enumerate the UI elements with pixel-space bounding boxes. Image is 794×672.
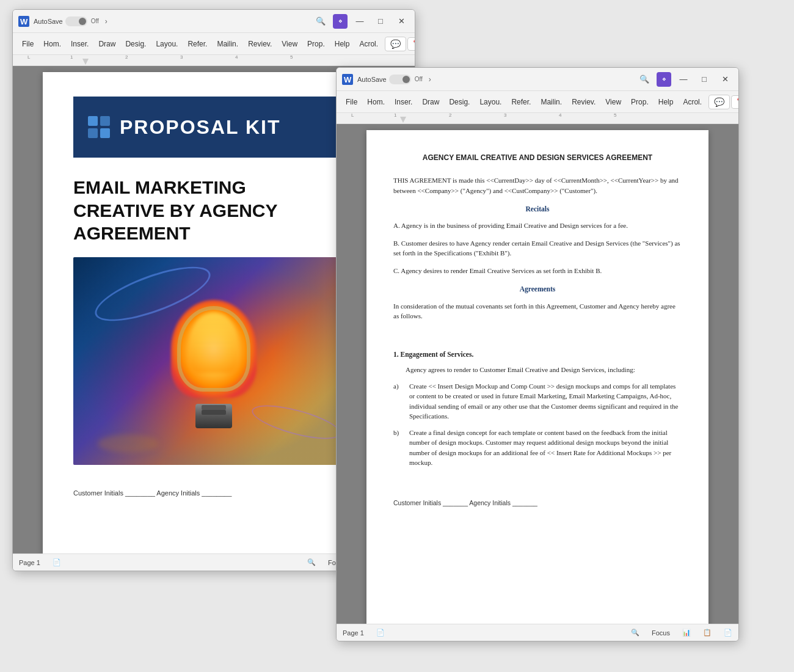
- menu-view-2[interactable]: View: [601, 95, 625, 109]
- title-chevron-1: ›: [105, 17, 107, 26]
- cover-image: [73, 257, 354, 465]
- menu-file-2[interactable]: File: [341, 95, 362, 109]
- pencil-icon-1: ✏️: [413, 40, 415, 48]
- agreement-page: AGENCY EMAIL CREATIVE AND DESIGN SERVICE…: [366, 130, 708, 624]
- svg-rect-6: [100, 128, 110, 138]
- menu-insert-1[interactable]: Inser.: [67, 37, 93, 51]
- menu-insert-2[interactable]: Inser.: [390, 95, 417, 109]
- menu-design-2[interactable]: Desig.: [445, 95, 474, 109]
- focus-icon-1: 🔍: [307, 558, 316, 566]
- pencil-icon-2: ✏️: [737, 98, 739, 106]
- menu-bar-2: File Hom. Inser. Draw Desig. Layou. Refe…: [337, 91, 738, 113]
- menu-help-1[interactable]: Help: [330, 37, 354, 51]
- title-bar-1: W AutoSave Off › 🔍 ⋄ — □ ✕: [13, 10, 415, 33]
- view-icon-6: 📄: [724, 629, 732, 637]
- autosave-1: AutoSave Off: [34, 16, 99, 26]
- cover-initials: Customer Initials ________ Agency Initia…: [73, 489, 354, 497]
- toggle-state-1: Off: [91, 18, 99, 24]
- ruler-1: L 1 2 3 4 5: [13, 55, 415, 66]
- ribbon-icon-1: ⋄: [333, 14, 348, 29]
- menu-prop-1[interactable]: Prop.: [303, 37, 329, 51]
- doc-title: AGENCY EMAIL CREATIVE AND DESIGN SERVICE…: [393, 152, 682, 163]
- editing-btn-2[interactable]: ✏️ Editing ›: [731, 95, 739, 109]
- autosave-toggle-2[interactable]: [389, 75, 411, 84]
- word-count-icon-2: 📄: [376, 629, 385, 637]
- close-btn-1[interactable]: ✕: [393, 13, 410, 30]
- menu-home-2[interactable]: Hom.: [363, 95, 389, 109]
- item-b-label: b): [393, 428, 404, 468]
- word-logo-2: W: [341, 73, 354, 86]
- focus-label-2: Focus: [652, 629, 670, 637]
- menu-acro-1[interactable]: Acrol.: [355, 37, 382, 51]
- close-btn-2[interactable]: ✕: [716, 71, 734, 88]
- item-a-label: a): [393, 381, 404, 422]
- page-label-1: Page 1: [19, 559, 40, 566]
- view-icon-4: 📊: [682, 629, 691, 637]
- svg-rect-4: [100, 116, 110, 126]
- menu-home-1[interactable]: Hom.: [39, 37, 65, 51]
- item-b-text: Create a final design concept for each t…: [409, 428, 682, 468]
- menu-file-1[interactable]: File: [18, 37, 38, 51]
- doc2-initials: Customer Initials _______ Agency Initial…: [393, 499, 682, 508]
- recitals-heading: Recitals: [393, 204, 682, 214]
- item-a-text: Create << Insert Design Mockup and Comp …: [409, 381, 682, 422]
- focus-icon-2: 🔍: [631, 629, 639, 637]
- menu-bar-1: File Hom. Inser. Draw Desig. Layou. Refe…: [13, 33, 415, 55]
- word-window-2: W AutoSave Off › 🔍 ⋄ — □ ✕ File Hom. Ins…: [336, 67, 739, 641]
- ribbon-icon-2: ⋄: [657, 72, 671, 87]
- section1-intro: Agency agrees to render to Customer Emai…: [393, 365, 682, 375]
- ruler-handle-2[interactable]: [400, 117, 406, 123]
- editing-btn-1[interactable]: ✏️ Editing ›: [407, 37, 415, 51]
- word-count-icon-1: 📄: [53, 558, 61, 566]
- agreements-heading: Agreements: [393, 284, 682, 294]
- menu-help-2[interactable]: Help: [654, 95, 678, 109]
- cover-header: PROPOSAL KIT: [73, 97, 354, 158]
- autosave-label-1: AutoSave: [34, 18, 63, 25]
- menu-acro-2[interactable]: Acrol.: [679, 95, 706, 109]
- maximize-btn-1[interactable]: □: [372, 13, 389, 30]
- menu-review-2[interactable]: Reviev.: [567, 95, 600, 109]
- ruler-2: L 1 2 3 4 5: [337, 113, 738, 124]
- menu-design-1[interactable]: Desig.: [121, 37, 150, 51]
- search-btn-1[interactable]: 🔍: [312, 13, 329, 30]
- autosave-label-2: AutoSave: [357, 76, 387, 83]
- cover-page: PROPOSAL KIT EMAIL MARKETING CREATIVE BY…: [43, 72, 385, 553]
- cover-title: EMAIL MARKETING CREATIVE BY AGENCY AGREE…: [73, 176, 354, 245]
- minimize-btn-1[interactable]: —: [351, 13, 368, 30]
- menu-layout-2[interactable]: Layou.: [475, 95, 506, 109]
- menu-review-1[interactable]: Reviev.: [244, 37, 276, 51]
- autosave-toggle-1[interactable]: [65, 16, 87, 26]
- svg-text:W: W: [20, 17, 28, 26]
- title-chevron-2: ›: [429, 75, 431, 84]
- menu-refer-2[interactable]: Refer.: [507, 95, 535, 109]
- menu-refer-1[interactable]: Refer.: [183, 37, 211, 51]
- minimize-btn-2[interactable]: —: [675, 71, 692, 88]
- autosave-2: AutoSave Off: [357, 75, 423, 84]
- menu-view-1[interactable]: View: [277, 37, 302, 51]
- brand-name: PROPOSAL KIT: [120, 116, 280, 139]
- comment-btn-2[interactable]: 💬: [708, 95, 730, 109]
- menu-mail-1[interactable]: Mailin.: [213, 37, 242, 51]
- menu-draw-1[interactable]: Draw: [94, 37, 120, 51]
- view-icon-5: 📋: [703, 629, 712, 637]
- menu-layout-1[interactable]: Layou.: [151, 37, 182, 51]
- doc-body: THIS AGREEMENT is made this <<CurrentDay…: [393, 175, 682, 508]
- ruler-handle-1[interactable]: [82, 59, 89, 65]
- proposal-kit-logo: PROPOSAL KIT: [86, 114, 280, 141]
- page-label-2: Page 1: [343, 629, 364, 637]
- list-item-a: a) Create << Insert Design Mockup and Co…: [393, 381, 682, 422]
- svg-rect-5: [88, 128, 98, 138]
- toggle-state-2: Off: [415, 76, 423, 82]
- word-logo-1: W: [18, 15, 30, 27]
- recital-c: C. Agency desires to render Email Creati…: [393, 266, 682, 276]
- agreements-intro: In consideration of the mutual covenants…: [393, 301, 682, 321]
- menu-mail-2[interactable]: Mailin.: [536, 95, 566, 109]
- doc-intro: THIS AGREEMENT is made this <<CurrentDay…: [393, 175, 682, 195]
- maximize-btn-2[interactable]: □: [696, 71, 713, 88]
- recital-b: B. Customer desires to have Agency rende…: [393, 238, 682, 258]
- search-btn-2[interactable]: 🔍: [636, 71, 653, 88]
- menu-prop-2[interactable]: Prop.: [627, 95, 653, 109]
- menu-draw-2[interactable]: Draw: [418, 95, 443, 109]
- title-bar-2: W AutoSave Off › 🔍 ⋄ — □ ✕: [337, 68, 738, 91]
- comment-btn-1[interactable]: 💬: [385, 37, 406, 51]
